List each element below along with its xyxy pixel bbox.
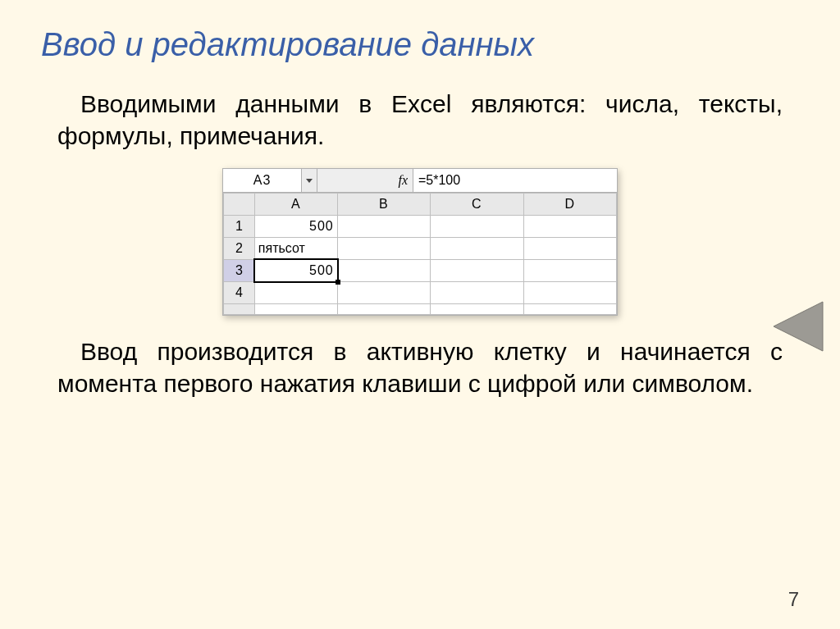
- row-header-1[interactable]: 1: [224, 216, 255, 238]
- back-button[interactable]: [761, 295, 835, 358]
- paragraph-2: Ввод производится в активную клетку и на…: [57, 335, 783, 399]
- cell-C4[interactable]: [431, 282, 523, 304]
- page-number: 7: [788, 588, 799, 611]
- row-3: 3 500: [224, 260, 617, 282]
- formula-input[interactable]: =5*100: [413, 169, 617, 192]
- cell-A5[interactable]: [254, 304, 337, 315]
- cell-D3[interactable]: [523, 260, 616, 282]
- paragraph-1: Вводимыми данными в Excel являются: числ…: [57, 88, 783, 152]
- slide: Ввод и редактирование данных Вводимыми д…: [0, 0, 840, 629]
- cell-C3[interactable]: [431, 260, 523, 282]
- name-box[interactable]: A3: [223, 169, 302, 192]
- cell-C1[interactable]: [431, 216, 523, 238]
- cell-C2[interactable]: [431, 238, 523, 260]
- cell-B1[interactable]: [337, 216, 430, 238]
- row-header-4[interactable]: 4: [224, 282, 255, 304]
- slide-title: Ввод и редактирование данных: [41, 26, 799, 63]
- row-5-partial: [224, 304, 617, 315]
- name-box-dropdown[interactable]: [302, 169, 317, 192]
- row-1: 1 500: [224, 216, 617, 238]
- triangle-left-icon: [765, 298, 831, 355]
- formula-bar: A3 fx =5*100: [223, 169, 617, 193]
- svg-marker-0: [306, 179, 313, 183]
- cell-B4[interactable]: [337, 282, 430, 304]
- chevron-down-icon: [306, 179, 313, 183]
- cell-B2[interactable]: [337, 238, 430, 260]
- fill-handle[interactable]: [336, 280, 340, 285]
- cell-C5[interactable]: [431, 304, 523, 315]
- cell-A1[interactable]: 500: [254, 216, 337, 238]
- cell-A3[interactable]: 500: [254, 260, 337, 282]
- row-header-5[interactable]: [224, 304, 255, 315]
- cell-D2[interactable]: [523, 238, 616, 260]
- row-header-3[interactable]: 3: [224, 260, 255, 282]
- select-all-corner[interactable]: [224, 194, 255, 216]
- col-header-B[interactable]: B: [337, 194, 430, 216]
- svg-marker-1: [774, 302, 823, 351]
- col-header-D[interactable]: D: [523, 194, 616, 216]
- cell-A2[interactable]: пятьсот: [254, 238, 337, 260]
- row-2: 2 пятьсот: [224, 238, 617, 260]
- column-header-row: A B C D: [224, 194, 617, 216]
- row-4: 4: [224, 282, 617, 304]
- spreadsheet-grid: A B C D 1 500 2 пятьсот 3: [223, 193, 617, 315]
- cell-A4[interactable]: [254, 282, 337, 304]
- col-header-A[interactable]: A: [254, 194, 337, 216]
- col-header-C[interactable]: C: [431, 194, 523, 216]
- excel-screenshot: A3 fx =5*100 A B C D 1 500: [222, 168, 618, 316]
- cell-B3[interactable]: [337, 260, 430, 282]
- cell-D5[interactable]: [523, 304, 616, 315]
- row-header-2[interactable]: 2: [224, 238, 255, 260]
- cell-D4[interactable]: [523, 282, 616, 304]
- active-cell[interactable]: 500: [253, 258, 339, 283]
- fx-label[interactable]: fx: [317, 169, 413, 192]
- cell-B5[interactable]: [337, 304, 430, 315]
- cell-D1[interactable]: [523, 216, 616, 238]
